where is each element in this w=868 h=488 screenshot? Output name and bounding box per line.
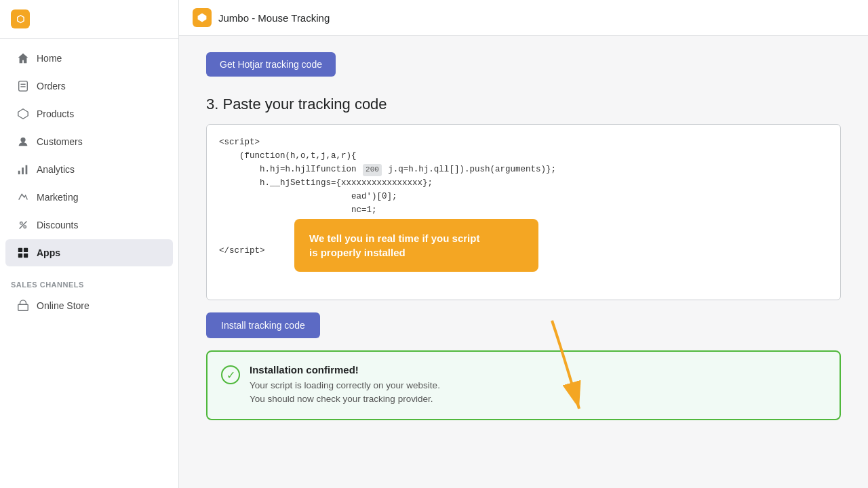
sidebar-item-label: Customers (37, 136, 83, 147)
main-area: Jumbo - Mouse Tracking Get Hotjar tracki… (179, 0, 868, 488)
sidebar-item-analytics[interactable]: Analytics (5, 156, 173, 183)
customers-icon (16, 135, 30, 148)
analytics-icon (16, 163, 30, 176)
logo-icon: ⬡ (11, 9, 30, 28)
sidebar-item-label: Orders (37, 81, 66, 92)
sales-channels-heading: SALES CHANNELS (0, 272, 178, 291)
top-bar: Jumbo - Mouse Tracking (179, 0, 868, 36)
confirm-line2: You should now check your tracking provi… (250, 392, 440, 406)
svg-rect-11 (18, 248, 22, 252)
sidebar-item-apps[interactable]: Apps (5, 239, 173, 266)
store-icon (16, 299, 30, 312)
sidebar-item-label: Analytics (37, 164, 75, 175)
sidebar-item-label: Apps (37, 247, 60, 258)
svg-rect-12 (24, 248, 28, 252)
svg-point-8 (20, 222, 23, 225)
tooltip-line1: We tell you in real time if you script (309, 231, 524, 245)
confirm-title: Installation confirmed! (250, 364, 440, 375)
sidebar-item-orders[interactable]: Orders (5, 73, 173, 100)
orange-tooltip-banner: We tell you in real time if you script i… (294, 219, 538, 272)
code-block: <script> (function(h,o,t,j,a,r){ h.hj=h.… (206, 124, 841, 300)
svg-rect-14 (24, 253, 28, 258)
get-hotjar-button[interactable]: Get Hotjar tracking code (206, 52, 336, 77)
app-icon (193, 8, 212, 27)
confirmation-box: ✓ Installation confirmed! Your script is… (206, 350, 841, 420)
sidebar-item-marketing[interactable]: Marketing (5, 184, 173, 211)
discounts-icon (16, 218, 30, 232)
confirm-text-area: Installation confirmed! Your script is l… (250, 364, 440, 407)
svg-rect-7 (26, 165, 28, 175)
sidebar: ⬡ Home Orders Products Customers (0, 0, 179, 488)
products-icon (16, 107, 30, 121)
sidebar-item-customers[interactable]: Customers (5, 128, 173, 155)
section3-heading: 3. Paste your tracking code (206, 96, 841, 113)
content-area: Get Hotjar tracking code 3. Paste your t… (179, 36, 868, 488)
app-title: Jumbo - Mouse Tracking (218, 12, 330, 24)
svg-rect-15 (18, 304, 28, 310)
sidebar-item-label: Discounts (37, 220, 78, 230)
marketing-icon (16, 190, 30, 204)
confirm-check-icon: ✓ (221, 365, 240, 384)
sidebar-item-products[interactable]: Products (5, 100, 173, 127)
svg-rect-13 (18, 253, 22, 258)
svg-marker-16 (198, 14, 207, 22)
sidebar-item-discounts[interactable]: Discounts (5, 211, 173, 239)
svg-rect-0 (19, 81, 28, 91)
sidebar-item-online-store[interactable]: Online Store (5, 292, 173, 319)
sidebar-item-home[interactable]: Home (5, 45, 173, 72)
install-tracking-button[interactable]: Install tracking code (206, 312, 320, 338)
sidebar-item-label: Online Store (37, 300, 90, 311)
sidebar-item-label: Marketing (37, 192, 78, 203)
home-icon (16, 52, 30, 65)
confirm-line1: Your script is loading correctly on your… (250, 379, 440, 392)
sidebar-item-label: Home (37, 53, 62, 64)
svg-marker-3 (18, 109, 28, 119)
svg-point-4 (20, 138, 25, 142)
svg-point-9 (24, 226, 26, 228)
svg-rect-5 (18, 171, 20, 174)
orders-icon (16, 79, 30, 93)
svg-rect-6 (22, 167, 24, 174)
apps-icon (16, 246, 30, 260)
sidebar-logo: ⬡ (0, 0, 178, 39)
sidebar-item-label: Products (37, 108, 74, 119)
tooltip-line2: is properly installed (309, 245, 524, 260)
